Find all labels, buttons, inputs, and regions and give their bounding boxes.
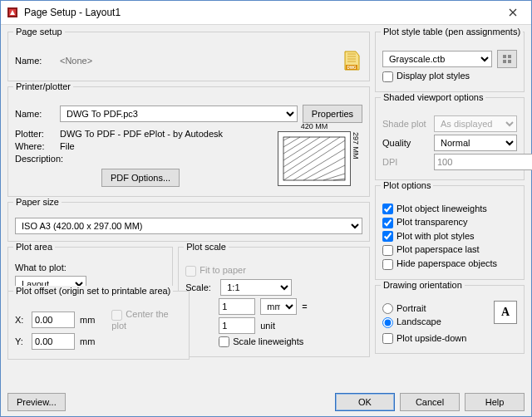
paper-size-group: Paper size ISO A3 (420.00 x 297.00 MM) — [7, 202, 370, 242]
offset-x-input[interactable] — [32, 312, 75, 328]
landscape-radio[interactable]: Landscape — [382, 316, 441, 328]
plot-transparency-checkbox[interactable]: Plot transparency — [382, 217, 468, 228]
group-legend: Plot scale — [184, 242, 229, 252]
plot-style-table-group: Plot style table (pen assignments) Grays… — [375, 32, 525, 92]
label: Shade plot — [382, 119, 429, 129]
group-legend: Paper size — [13, 197, 62, 207]
label: unit — [260, 321, 275, 331]
orientation-preview-icon: A — [494, 301, 517, 324]
portrait-radio[interactable]: Portrait — [382, 303, 426, 315]
pdf-options-button[interactable]: PDF Options... — [101, 169, 180, 187]
svg-text:DWG: DWG — [347, 66, 357, 70]
plot-lineweights-checkbox[interactable]: Plot object lineweights — [382, 204, 487, 215]
paper-preview: 420 MM 297 MM — [278, 131, 351, 186]
window-title: Page Setup - Layout1 — [24, 7, 495, 18]
window-close-button[interactable] — [495, 1, 531, 24]
svg-rect-18 — [508, 60, 511, 63]
printer-name-select[interactable]: DWG To PDF.pc3 — [60, 105, 298, 122]
printer-properties-button[interactable]: Properties — [303, 105, 362, 123]
app-icon — [6, 6, 19, 19]
shaded-viewport-group: Shaded viewport options Shade plotAs dis… — [375, 97, 525, 180]
printer-plotter-group: Printer/plotter Name: DWG To PDF.pc3 Pro… — [7, 86, 370, 197]
svg-rect-16 — [508, 55, 511, 58]
label: Where: — [15, 141, 55, 151]
plot-style-edit-button[interactable] — [497, 50, 517, 68]
unit-label: mm — [80, 336, 95, 346]
paper-size-select[interactable]: ISO A3 (420.00 x 297.00 MM) — [15, 218, 362, 234]
label: Scale: — [185, 282, 215, 292]
unit-label: mm — [80, 315, 95, 325]
plot-offset-group: Plot offset (origin set to printable are… — [7, 291, 190, 360]
svg-rect-17 — [503, 60, 506, 63]
center-plot-checkbox[interactable]: Center the plot — [111, 309, 181, 331]
equals-label: = — [302, 302, 307, 312]
shade-plot-select: As displayed — [434, 115, 517, 132]
label: Name: — [15, 109, 55, 119]
plot-scale-group: Plot scale Fit to paper Scale: 1:1 mm = … — [178, 247, 370, 357]
label: Plotter: — [15, 129, 55, 139]
preview-width-label: 420 MM — [278, 122, 350, 130]
dwg-icon: DWG — [341, 50, 362, 71]
label: Quality — [382, 138, 429, 148]
page-setup-group: Page setup Name: <None> DWG — [7, 32, 370, 81]
plot-with-styles-checkbox[interactable]: Plot with plot styles — [382, 231, 475, 243]
group-legend: Drawing orientation — [381, 280, 465, 290]
scale-select[interactable]: 1:1 — [220, 279, 292, 296]
scale-numerator-input[interactable] — [219, 298, 255, 315]
quality-select[interactable]: Normal — [434, 135, 517, 151]
plot-style-select[interactable]: Grayscale.ctb — [382, 51, 492, 67]
group-legend: Plot offset (origin set to printable are… — [13, 286, 173, 296]
group-legend: Plot style table (pen assignments) — [381, 27, 523, 37]
label: Description: — [15, 154, 63, 164]
display-plot-styles-checkbox[interactable]: Display plot styles — [382, 71, 470, 82]
group-legend: Plot options — [381, 180, 433, 190]
ok-button[interactable]: OK — [335, 393, 395, 411]
scale-lineweights-checkbox[interactable]: Scale lineweights — [219, 336, 303, 348]
svg-rect-15 — [503, 55, 506, 58]
plot-paperspace-last-checkbox[interactable]: Plot paperspace last — [382, 244, 480, 256]
label: Y: — [15, 336, 27, 346]
group-legend: Plot area — [13, 242, 55, 252]
preview-height-label: 297 MM — [352, 132, 360, 185]
label: Name: — [15, 56, 55, 66]
label: DPI — [382, 157, 429, 167]
help-button[interactable]: Help — [465, 393, 525, 411]
scale-unit-select[interactable]: mm — [260, 298, 297, 315]
hide-paperspace-checkbox[interactable]: Hide paperspace objects — [382, 258, 497, 270]
preview-button[interactable]: Preview... — [7, 393, 66, 411]
dpi-input — [434, 154, 532, 170]
page-setup-name: <None> — [60, 56, 92, 66]
cancel-button[interactable]: Cancel — [400, 393, 460, 411]
group-legend: Shaded viewport options — [381, 92, 485, 102]
offset-y-input[interactable] — [32, 333, 75, 350]
label: X: — [15, 315, 27, 325]
scale-denominator-input[interactable] — [219, 317, 255, 334]
drawing-orientation-group: Drawing orientation Portrait Landscape A… — [375, 285, 525, 355]
fit-to-paper-checkbox[interactable]: Fit to paper — [185, 265, 246, 277]
group-legend: Printer/plotter — [13, 81, 73, 91]
plot-options-group: Plot options Plot object lineweights Plo… — [375, 185, 525, 280]
label: What to plot: — [15, 262, 165, 272]
svg-rect-2 — [283, 137, 345, 180]
where-value: File — [60, 141, 75, 151]
plotter-value: DWG To PDF - PDF ePlot - by Autodesk — [60, 129, 223, 139]
plot-upside-down-checkbox[interactable]: Plot upside-down — [382, 333, 466, 345]
group-legend: Page setup — [13, 27, 65, 37]
